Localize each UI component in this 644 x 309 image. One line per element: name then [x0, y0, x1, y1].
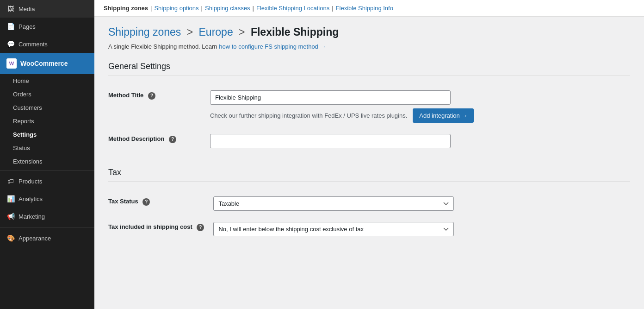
sidebar-item-label: Appearance: [19, 235, 51, 242]
add-integration-button[interactable]: Add integration →: [413, 108, 474, 123]
sidebar-item-label: Analytics: [19, 195, 43, 202]
breadcrumb-sep-1: >: [187, 26, 193, 38]
appearance-icon: 🎨: [6, 234, 15, 242]
tax-status-row: Tax Status ? Taxable: [108, 191, 630, 216]
sidebar-item-products[interactable]: 🏷 Products: [0, 172, 94, 190]
sidebar-sub-extensions[interactable]: Extensions: [0, 155, 94, 168]
sidebar-sub-customers[interactable]: Customers: [0, 101, 94, 114]
woocommerce-label: WooCommerce: [20, 60, 68, 67]
breadcrumb: Shipping zones > Europe > Flexible Shipp…: [108, 26, 630, 38]
method-description-cell: [210, 128, 630, 154]
topnav-shipping-zones[interactable]: Shipping zones: [104, 5, 148, 12]
breadcrumb-sep-2: >: [239, 26, 245, 38]
topnav-tabs: Shipping zones | Shipping options | Ship…: [94, 0, 644, 17]
topnav-sep-2: |: [201, 5, 203, 12]
sidebar-item-woocommerce[interactable]: W WooCommerce: [0, 53, 94, 74]
sidebar-item-analytics[interactable]: 📊 Analytics: [0, 190, 94, 208]
method-description-row: Method Description ?: [108, 128, 630, 154]
integration-text: Check our further shipping integration w…: [210, 112, 407, 119]
tax-included-select[interactable]: No, I will enter below the shipping cost…: [213, 222, 454, 236]
sidebar-divider-2: [0, 227, 94, 227]
tax-table: Tax Status ? Taxable Tax included in shi…: [108, 191, 630, 242]
main-content: Shipping zones | Shipping options | Ship…: [94, 0, 644, 309]
sidebar-item-label: Comments: [19, 41, 48, 48]
sidebar-item-label: Media: [19, 6, 35, 13]
analytics-icon: 📊: [6, 195, 15, 203]
topnav-flexible-info[interactable]: Flexible Shipping Info: [336, 5, 393, 12]
marketing-icon: 📢: [6, 212, 15, 221]
tax-included-label: Tax included in shipping cost ?: [108, 216, 213, 242]
sidebar-item-appearance[interactable]: 🎨 Appearance: [0, 229, 94, 247]
method-description-help[interactable]: ?: [169, 136, 176, 143]
content-area: Shipping zones > Europe > Flexible Shipp…: [94, 17, 644, 309]
method-title-row: Method Title ? Check our further shippin…: [108, 85, 630, 128]
topnav-shipping-options[interactable]: Shipping options: [154, 5, 198, 12]
tax-included-cell: No, I will enter below the shipping cost…: [213, 216, 630, 242]
tax-status-label: Tax Status ?: [108, 191, 213, 216]
breadcrumb-shipping-zones[interactable]: Shipping zones: [108, 26, 181, 38]
sidebar-item-marketing[interactable]: 📢 Marketing: [0, 208, 94, 225]
tax-included-help[interactable]: ?: [197, 224, 204, 231]
sidebar-sub-settings[interactable]: Settings: [0, 128, 94, 141]
method-title-cell: Check our further shipping integration w…: [210, 85, 630, 128]
topnav-sep-3: |: [253, 5, 254, 12]
media-icon: 🖼: [6, 5, 15, 13]
page-subtitle: A single Flexible Shipping method. Learn…: [108, 43, 630, 50]
topnav-shipping-classes[interactable]: Shipping classes: [205, 5, 250, 12]
sidebar-sub-home[interactable]: Home: [0, 74, 94, 88]
general-settings-title: General Settings: [108, 62, 630, 76]
method-title-label: Method Title ?: [108, 85, 210, 128]
sidebar-divider-1: [0, 170, 94, 170]
integration-row: Check our further shipping integration w…: [210, 108, 630, 123]
subtitle-link[interactable]: how to configure FS shipping method →: [219, 43, 326, 50]
method-description-input[interactable]: [210, 134, 451, 148]
method-description-label: Method Description ?: [108, 128, 210, 154]
topnav-sep-1: |: [150, 5, 152, 12]
sidebar-item-media[interactable]: 🖼 Media: [0, 0, 94, 18]
sidebar-item-comments[interactable]: 💬 Comments: [0, 35, 94, 53]
woo-logo: W: [6, 58, 17, 69]
products-icon: 🏷: [6, 177, 15, 185]
topnav-flexible-locations[interactable]: Flexible Shipping Locations: [256, 5, 329, 12]
general-settings-table: Method Title ? Check our further shippin…: [108, 85, 630, 154]
breadcrumb-europe[interactable]: Europe: [199, 26, 233, 38]
sidebar-sub-orders[interactable]: Orders: [0, 88, 94, 101]
breadcrumb-current: Flexible Shipping: [251, 26, 339, 38]
method-title-input[interactable]: [210, 90, 451, 105]
method-title-help[interactable]: ?: [148, 92, 155, 100]
tax-included-row: Tax included in shipping cost ? No, I wi…: [108, 216, 630, 242]
tax-status-help[interactable]: ?: [142, 198, 150, 206]
tax-title: Tax: [108, 168, 630, 182]
sidebar-item-label: Marketing: [19, 213, 45, 220]
subtitle-text: A single Flexible Shipping method. Learn: [108, 43, 219, 50]
comments-icon: 💬: [6, 40, 15, 48]
topnav-sep-4: |: [332, 5, 333, 12]
sidebar-item-pages[interactable]: 📄 Pages: [0, 18, 94, 35]
sidebar-sub-status[interactable]: Status: [0, 141, 94, 155]
tax-status-select[interactable]: Taxable: [213, 196, 454, 211]
pages-icon: 📄: [6, 22, 15, 31]
sidebar-sub-reports[interactable]: Reports: [0, 114, 94, 128]
sidebar-item-label: Pages: [19, 23, 36, 30]
tax-status-cell: Taxable: [213, 191, 630, 216]
sidebar-item-label: Products: [19, 178, 42, 185]
sidebar: 🖼 Media 📄 Pages 💬 Comments W WooCommerce…: [0, 0, 94, 309]
